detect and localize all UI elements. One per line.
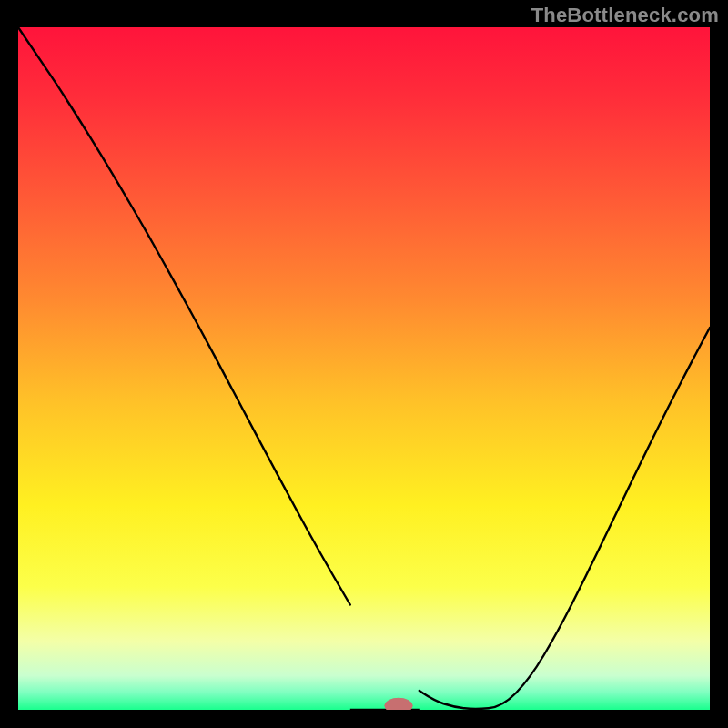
watermark-text: TheBottleneck.com — [531, 4, 719, 27]
plot-area — [18, 27, 710, 710]
chart-frame: TheBottleneck.com — [0, 0, 728, 728]
optimum-marker — [385, 698, 412, 710]
gradient-background — [18, 27, 710, 710]
chart-svg — [18, 27, 710, 710]
